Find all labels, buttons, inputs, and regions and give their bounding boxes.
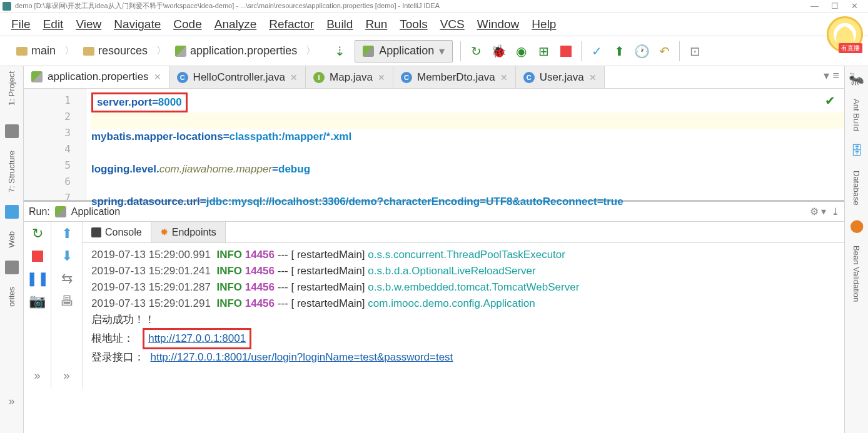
breadcrumb-main[interactable]: main xyxy=(14,43,58,59)
print-icon[interactable]: 🖶 xyxy=(60,294,74,308)
revert-icon[interactable]: ↶ xyxy=(657,44,672,59)
tab-memberdto[interactable]: C MemberDto.java ✕ xyxy=(393,66,516,88)
rerun-icon[interactable]: ↻ xyxy=(468,44,483,59)
scroll-up-icon[interactable]: ⬆ xyxy=(60,227,74,241)
titlebar-text: demo [D:\幕课网\开发工具idea从入门到爱不释手\workspace\… xyxy=(15,1,440,11)
commit-icon[interactable]: ⬆ xyxy=(612,44,627,59)
maximize-icon[interactable]: ☐ xyxy=(831,1,839,11)
tool-bean-validation[interactable]: Bean Validation xyxy=(852,246,861,302)
breadcrumb-sep: 〉 xyxy=(61,44,78,57)
more-icon[interactable]: » xyxy=(58,367,74,385)
scroll-down-icon[interactable]: ⬇ xyxy=(60,249,74,263)
tool-ant[interactable]: Ant Build xyxy=(852,99,861,131)
database-icon[interactable]: 🗄 xyxy=(850,144,863,158)
breadcrumb: main 〉 resources 〉 application.propertie… xyxy=(14,43,320,59)
tool-web[interactable]: Web xyxy=(7,231,16,248)
menu-run[interactable]: Run xyxy=(359,15,393,34)
profiler-icon[interactable]: ⊞ xyxy=(536,44,551,59)
tab-endpoints[interactable]: ✸ Endpoints xyxy=(151,222,226,242)
breadcrumb-sep: 〉 xyxy=(302,44,320,57)
stop-icon[interactable] xyxy=(558,44,573,59)
web-icon[interactable] xyxy=(5,205,19,219)
breadcrumb-sep: 〉 xyxy=(153,44,170,57)
tab-console[interactable]: Console xyxy=(83,222,151,242)
code-editor[interactable]: ✔ server.port=8000 mybatis.mapper-locati… xyxy=(86,89,844,200)
pause-icon[interactable]: ❚❚ xyxy=(31,272,44,286)
favorites-icon[interactable] xyxy=(5,261,19,274)
class-icon: C xyxy=(523,72,535,83)
search-icon[interactable]: ⊡ xyxy=(687,44,702,59)
highlight-root-url: http://127.0.0.1:8001 xyxy=(143,328,251,349)
dump-icon[interactable]: 📷 xyxy=(31,294,44,308)
close-icon[interactable]: ✕ xyxy=(378,72,385,82)
menu-help[interactable]: Help xyxy=(525,15,562,34)
tab-user[interactable]: C User.java ✕ xyxy=(516,66,605,88)
tool-favorites[interactable]: orites xyxy=(7,287,16,307)
tab-label: application.properties xyxy=(48,71,149,83)
login-url-label: 登录接口： xyxy=(91,351,144,363)
root-url-link[interactable]: http://127.0.0.1:8001 xyxy=(148,332,246,344)
menu-code[interactable]: Code xyxy=(167,15,208,34)
console-output[interactable]: 2019-07-13 15:29:00.991 INFO 14456 --- [… xyxy=(83,243,844,389)
breadcrumb-file[interactable]: application.properties xyxy=(173,43,300,59)
menu-tools[interactable]: Tools xyxy=(393,15,433,34)
tool-database[interactable]: Database xyxy=(852,171,861,206)
close-icon[interactable]: ✕ xyxy=(500,72,508,82)
more-icon[interactable]: » xyxy=(29,367,45,385)
spring-icon xyxy=(55,206,66,217)
tab-hellocontroller[interactable]: C HelloController.java ✕ xyxy=(169,66,306,88)
spring-icon xyxy=(363,46,374,57)
menu-navigate[interactable]: Navigate xyxy=(108,15,167,34)
tool-project[interactable]: 1: Project xyxy=(7,71,16,106)
run-configuration-dropdown[interactable]: Application ▾ xyxy=(355,40,453,62)
current-line xyxy=(91,112,844,129)
bean-icon[interactable]: ⬤ xyxy=(850,218,864,233)
endpoints-icon: ✸ xyxy=(160,226,168,238)
menu-window[interactable]: Window xyxy=(471,15,526,34)
close-icon[interactable]: ✕ xyxy=(290,72,298,82)
line-number-gutter: 1234567 xyxy=(24,89,86,200)
breadcrumb-resources[interactable]: resources xyxy=(81,43,150,59)
window-controls: — ☐ ✕ xyxy=(810,1,865,11)
menu-view[interactable]: View xyxy=(69,15,108,34)
menu-build[interactable]: Build xyxy=(320,15,359,34)
chevron-down-icon: ▾ xyxy=(439,44,445,58)
close-icon[interactable]: ✕ xyxy=(851,1,858,11)
debug-icon[interactable]: 🐞 xyxy=(491,44,506,59)
analysis-ok-icon: ✔ xyxy=(825,92,835,109)
run-config-label: Application xyxy=(379,44,434,57)
user-avatar[interactable]: 有直播 xyxy=(827,16,863,52)
more-icon[interactable]: » xyxy=(3,392,19,411)
run-side-toolbar: ↻ ❚❚ 📷 » xyxy=(24,222,51,389)
rerun-icon[interactable]: ↻ xyxy=(31,227,44,241)
tab-label: Map.java xyxy=(330,71,373,84)
toolbar: main 〉 resources 〉 application.propertie… xyxy=(0,36,868,66)
coverage-icon[interactable]: ◉ xyxy=(513,44,528,59)
login-url-link[interactable]: http://127.0.0.1:8001/user/login?loginNa… xyxy=(150,351,453,363)
bookmark-icon[interactable] xyxy=(5,124,19,138)
stop-icon[interactable] xyxy=(31,249,44,263)
tab-label: User.java xyxy=(540,71,584,84)
tool-structure[interactable]: 7: Structure xyxy=(7,151,16,192)
close-icon[interactable]: ✕ xyxy=(154,72,161,82)
tab-label: MemberDto.java xyxy=(417,71,495,84)
tab-map[interactable]: I Map.java ✕ xyxy=(306,66,393,88)
history-icon[interactable]: 🕐 xyxy=(634,44,649,59)
step-down-icon[interactable]: ⇣ xyxy=(332,44,347,59)
menu-refactor[interactable]: Refactor xyxy=(263,15,320,34)
right-tool-gutter: 🐜 Ant Build 🗄 Database ⬤ Bean Validation xyxy=(844,66,868,433)
update-icon[interactable]: ✓ xyxy=(589,44,604,59)
close-icon[interactable]: ✕ xyxy=(589,72,597,82)
tab-application-properties[interactable]: application.properties ✕ xyxy=(24,66,169,88)
titlebar: demo [D:\幕课网\开发工具idea从入门到爱不释手\workspace\… xyxy=(0,0,868,12)
class-icon: C xyxy=(401,72,412,83)
tab-overflow-icon[interactable]: ▾ ≡ xyxy=(819,66,844,88)
minimize-icon[interactable]: — xyxy=(810,1,819,11)
menu-edit[interactable]: Edit xyxy=(37,15,70,34)
menu-file[interactable]: File xyxy=(5,15,37,34)
avatar-badge: 有直播 xyxy=(839,43,862,53)
wrap-icon[interactable]: ⇆ xyxy=(60,272,74,286)
ant-icon[interactable]: 🐜 xyxy=(849,71,864,86)
menu-vcs[interactable]: VCS xyxy=(434,15,471,34)
menu-analyze[interactable]: Analyze xyxy=(208,15,263,34)
